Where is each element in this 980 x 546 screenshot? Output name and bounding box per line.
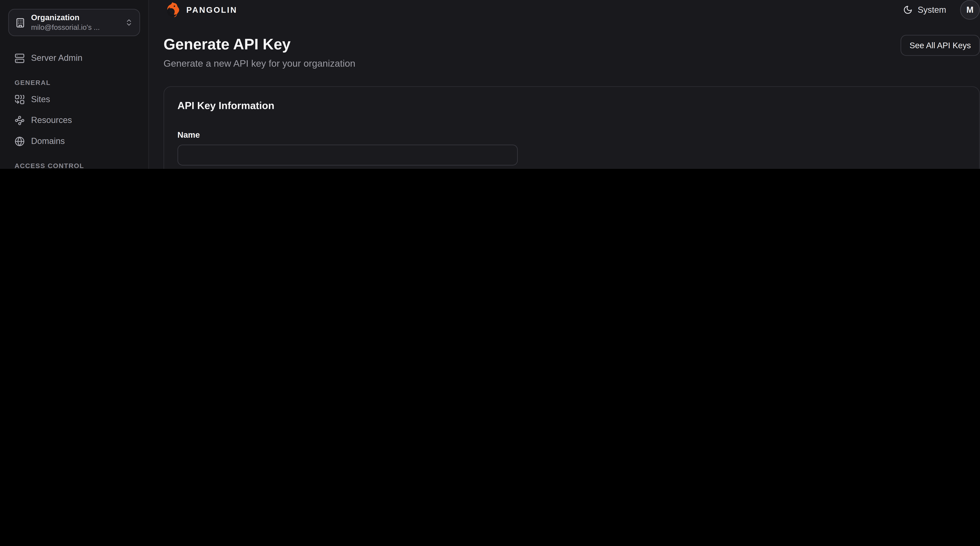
top-header: PANGOLIN System M bbox=[164, 0, 980, 20]
main-content: PANGOLIN System M Generate API Key Gener… bbox=[149, 0, 980, 169]
sidebar-item-label: Resources bbox=[31, 115, 72, 125]
sidebar-item-sites[interactable]: Sites bbox=[8, 89, 140, 109]
server-icon bbox=[14, 53, 25, 63]
theme-toggle[interactable]: System bbox=[903, 5, 946, 15]
theme-toggle-label: System bbox=[918, 5, 946, 15]
combine-icon bbox=[14, 94, 25, 104]
moon-icon bbox=[903, 5, 913, 15]
globe-icon bbox=[14, 136, 25, 146]
sidebar-item-resources[interactable]: Resources bbox=[8, 110, 140, 130]
waypoints-icon bbox=[14, 115, 25, 125]
org-selector-label: Organization bbox=[31, 13, 119, 23]
page-title: Generate API Key bbox=[164, 35, 355, 54]
sidebar-item-label: Domains bbox=[31, 136, 65, 146]
sidebar: Organization milo@fossorial.io's ... Ser… bbox=[0, 0, 149, 169]
sidebar-section-label-general: GENERAL bbox=[8, 79, 140, 86]
org-selector[interactable]: Organization milo@fossorial.io's ... bbox=[8, 9, 140, 36]
app-root: Organization milo@fossorial.io's ... Ser… bbox=[0, 0, 980, 169]
chevrons-up-down-icon bbox=[125, 18, 133, 27]
name-input[interactable] bbox=[177, 145, 518, 166]
sidebar-section-label-access-control: ACCESS CONTROL bbox=[8, 162, 140, 169]
sidebar-item-domains[interactable]: Domains bbox=[8, 131, 140, 151]
brand-name: PANGOLIN bbox=[186, 5, 237, 15]
sidebar-item-label: Server Admin bbox=[31, 53, 82, 63]
org-selector-value: milo@fossorial.io's ... bbox=[31, 23, 119, 32]
avatar[interactable]: M bbox=[960, 0, 980, 20]
sidebar-item-label: Sites bbox=[31, 94, 50, 104]
see-all-api-keys-button[interactable]: See All API Keys bbox=[900, 35, 980, 56]
brand: PANGOLIN bbox=[164, 1, 237, 18]
name-label: Name bbox=[177, 130, 966, 139]
pangolin-logo-icon bbox=[164, 1, 180, 18]
sidebar-item-server-admin[interactable]: Server Admin bbox=[8, 48, 140, 68]
page-subtitle: Generate a new API key for your organiza… bbox=[164, 57, 355, 69]
sidebar-nav: GENERALSitesResourcesDomainsACCESS CONTR… bbox=[8, 68, 140, 169]
building-icon bbox=[15, 18, 25, 28]
api-key-info-heading: API Key Information bbox=[177, 100, 966, 113]
api-key-info-card: API Key Information Name bbox=[164, 86, 980, 169]
